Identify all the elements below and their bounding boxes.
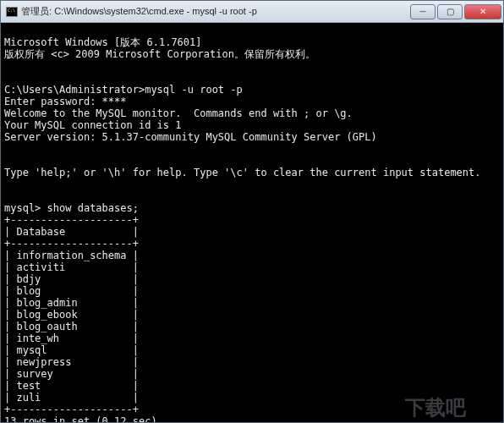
- blank-line: [4, 179, 485, 190]
- table-row: | inte_wh |: [4, 332, 139, 344]
- output-line: Server version: 5.1.37-community MySQL C…: [4, 131, 377, 143]
- table-row: | information_schema |: [4, 250, 139, 261]
- terminal-area[interactable]: Microsoft Windows [版本 6.1.7601] 版权所有 <c>…: [1, 23, 503, 422]
- scroll-track[interactable]: [489, 37, 503, 408]
- window-title: 管理员: C:\Windows\system32\cmd.exe - mysql…: [21, 5, 405, 18]
- minimize-button[interactable]: ─: [410, 4, 436, 19]
- blank-line: [4, 143, 485, 155]
- table-row: | blog_admin |: [4, 297, 139, 309]
- scroll-up-button[interactable]: ▲: [489, 47, 503, 61]
- output-line: 版权所有 <c> 2009 Microsoft Corporation。保留所有…: [4, 48, 315, 60]
- table-row: | mysql |: [4, 344, 139, 356]
- output-line: 13 rows in set (0.12 sec): [4, 415, 157, 422]
- title-path: C:\Windows\system32\cmd.exe - mysql -u r…: [54, 6, 257, 16]
- output-line: Welcome to the MySQL monitor. Commands e…: [4, 107, 353, 119]
- output-line: Your MySQL connection id is 1: [4, 119, 182, 131]
- table-row: | survey |: [4, 368, 139, 380]
- blank-line: [4, 60, 485, 72]
- table-row: | blog_ebook |: [4, 309, 139, 321]
- table-row: | activiti |: [4, 261, 139, 273]
- output-line: Enter password: ****: [4, 96, 127, 107]
- scrollbar[interactable]: ▲ ▼: [489, 23, 503, 422]
- table-row: | blog_oauth |: [4, 321, 139, 332]
- cmd-icon: [6, 7, 18, 17]
- title-bar[interactable]: 管理员: C:\Windows\system32\cmd.exe - mysql…: [1, 1, 503, 23]
- window-buttons: ─ ▢ ✕: [408, 4, 501, 19]
- output-line: C:\Users\Administrator>mysql -u root -p: [4, 84, 243, 96]
- cmd-window: 管理员: C:\Windows\system32\cmd.exe - mysql…: [0, 0, 504, 423]
- watermark: 下载吧: [405, 402, 466, 414]
- table-row: | blog |: [4, 285, 139, 297]
- table-border: +--------------------+: [4, 404, 139, 415]
- table-border: +--------------------+: [4, 238, 139, 250]
- table-header: | Database |: [4, 226, 139, 238]
- output-line: Type 'help;' or '\h' for help. Type '\c'…: [4, 167, 481, 179]
- output-line: mysql> show databases;: [4, 202, 139, 214]
- table-row: | test |: [4, 380, 139, 392]
- maximize-button[interactable]: ▢: [437, 4, 463, 19]
- table-row: | bdjy |: [4, 273, 139, 285]
- scroll-thumb[interactable]: [490, 37, 502, 297]
- table-border: +--------------------+: [4, 214, 139, 226]
- table-row: | zuli |: [4, 392, 139, 404]
- close-button[interactable]: ✕: [464, 4, 501, 19]
- output-line: Microsoft Windows [版本 6.1.7601]: [4, 36, 202, 48]
- scroll-down-button[interactable]: ▼: [489, 408, 503, 422]
- title-prefix: 管理员:: [21, 6, 54, 16]
- table-row: | newjpress |: [4, 356, 139, 368]
